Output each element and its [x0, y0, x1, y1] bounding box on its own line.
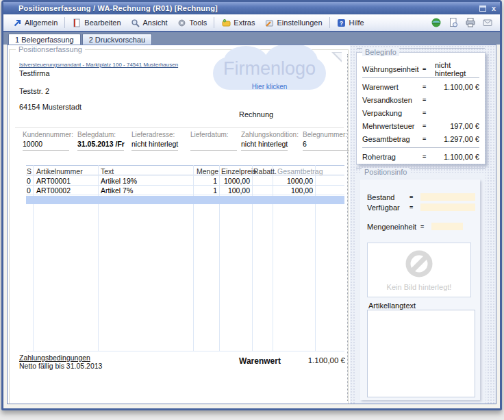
verfuegbar-value-field[interactable]: [420, 203, 475, 211]
menu-bearbeiten[interactable]: Bearbeiten: [67, 16, 125, 29]
cell-artikelnummer[interactable]: ART00002: [36, 186, 71, 195]
field-value[interactable]: 10000: [23, 140, 73, 149]
customer-name: Testfirma: [19, 69, 50, 77]
company-logo-placeholder[interactable]: Firmenlogo Hier klicken: [213, 57, 326, 90]
artikellangtext-box[interactable]: [367, 310, 475, 397]
divider: [362, 77, 479, 78]
menu-label: Allgemein: [25, 18, 58, 27]
cell-menge[interactable]: 1: [194, 177, 217, 185]
row-label: Mehrwertsteuer: [362, 122, 423, 130]
gear-icon: [177, 18, 187, 27]
titlebar: Positionserfassung / WA-Rechnung (R01) […: [3, 2, 500, 14]
cell-einzelpreis[interactable]: 1000,00: [220, 177, 250, 185]
artikellangtext-label: Artikellangtext: [368, 301, 416, 310]
table-line: [26, 165, 344, 166]
field-lieferdatum[interactable]: Lieferdatum:: [190, 131, 241, 151]
print-icon[interactable]: [465, 17, 476, 28]
col-header-rabatt[interactable]: Rabatt.: [253, 167, 277, 175]
field-label: Belegdatum:: [77, 131, 128, 138]
report-globe-icon[interactable]: [431, 17, 442, 28]
positionsinfo-group-label: Positionsinfo: [362, 168, 410, 176]
menu-hilfe[interactable]: ? Hilfe: [332, 16, 369, 29]
field-value[interactable]: nicht hinterlegt: [241, 140, 292, 149]
col-header-gesamtbetrag[interactable]: Gesamtbetrag: [277, 167, 323, 175]
positionserfassung-groupbox: Positionserfassung Istversteuerungsmanda…: [9, 49, 349, 404]
logo-placeholder-text: Firmenlogo: [213, 58, 326, 79]
grid-line: [252, 165, 253, 351]
cell-s[interactable]: 0: [27, 177, 31, 185]
menu-ansicht[interactable]: Ansicht: [126, 16, 173, 29]
col-header-text[interactable]: Text: [101, 167, 114, 175]
grid-line: [273, 165, 273, 351]
menu-label: Hilfe: [349, 18, 364, 27]
cell-gesamtbetrag[interactable]: 1000,00: [274, 177, 313, 185]
zahlungsbedingungen-link[interactable]: Zahlungsbedingungen: [19, 354, 90, 362]
field-value[interactable]: 6: [303, 140, 353, 149]
cell-gesamtbetrag[interactable]: 100,00: [274, 186, 313, 195]
article-image-box[interactable]: Kein Bild hinterlegt!: [367, 243, 471, 297]
menu-tools[interactable]: Tools: [173, 16, 212, 29]
settings-icon: [264, 18, 274, 27]
cell-menge[interactable]: 1: [194, 186, 217, 195]
field-belegdatum[interactable]: Belegdatum: 31.05.2013 /Fr: [77, 131, 128, 151]
row-line: [26, 185, 344, 186]
beleginfo-row-versandkosten: Versandkosten =: [362, 93, 479, 106]
menu-separator: [329, 17, 330, 28]
page-curl-inner: [334, 53, 342, 60]
menu-separator: [64, 17, 65, 28]
mail-icon[interactable]: [482, 17, 493, 28]
beleginfo-rows: Währungseinheit = nicht hinterlegt Waren…: [357, 53, 485, 163]
logo-click-hint[interactable]: Hier klicken: [213, 83, 326, 90]
tab-druckvorschau[interactable]: 2 Druckvorschau: [82, 34, 153, 45]
beleginfo-card: Beleginfo Währungseinheit = nicht hinter…: [356, 52, 486, 164]
row-label: Warenwert: [362, 83, 423, 91]
field-belegnummer[interactable]: Belegnummer: 6: [303, 131, 353, 151]
field-value[interactable]: nicht hinterlegt: [131, 140, 182, 149]
menu-allgemein[interactable]: Allgemein: [8, 16, 62, 29]
cell-artikelnummer[interactable]: ART00001: [36, 177, 71, 185]
col-header-artikelnummer[interactable]: Artikelnummer: [36, 167, 83, 175]
menu-einstellungen[interactable]: Einstellungen: [260, 16, 327, 29]
footer-warenwert-value: 1.100,00 €: [284, 356, 345, 365]
selected-row[interactable]: [26, 196, 344, 204]
field-lieferadresse[interactable]: Lieferadresse: nicht hinterlegt: [131, 131, 182, 151]
bestand-value-field[interactable]: [420, 193, 475, 201]
arrow-up-right-icon: [12, 18, 22, 27]
no-image-text: Kein Bild hinterlegt!: [368, 283, 470, 291]
positionserfassung-group-label: Positionserfassung: [16, 45, 85, 53]
row-value: 1.100,00 €: [435, 153, 479, 161]
edit-document-icon: [72, 18, 81, 27]
field-value[interactable]: [190, 140, 241, 149]
field-zahlungskondition[interactable]: Zahlungskondition: nicht hinterlegt: [241, 131, 292, 151]
row-line: [26, 351, 344, 351]
row-value: nicht hinterlegt: [435, 61, 479, 77]
row-line: [26, 195, 344, 195]
row-value: 197,00 €: [435, 122, 479, 130]
cell-text[interactable]: Artikel 7%: [101, 186, 133, 195]
document-export-icon[interactable]: [448, 17, 459, 28]
cell-s[interactable]: 0: [27, 186, 31, 195]
verfuegbar-label: Verfügbar: [367, 203, 410, 212]
window-title: Positionserfassung / WA-Rechnung (R01) […: [18, 4, 479, 12]
maximize-icon[interactable]: [479, 5, 486, 12]
footer-warenwert-label: Warenwert: [239, 356, 281, 366]
col-header-menge[interactable]: Menge: [197, 167, 218, 175]
col-header-einzelpreis[interactable]: Einzelpreis: [221, 167, 256, 175]
doc-type-title: Rechnung: [239, 110, 273, 119]
app-window: Positionserfassung / WA-Rechnung (R01) […: [1, 0, 502, 410]
field-kundennummer[interactable]: Kundennummer: 10000: [23, 131, 73, 151]
close-icon[interactable]: x: [492, 5, 496, 12]
col-header-s[interactable]: S: [27, 167, 32, 175]
tab-belegerfassung[interactable]: 1 Belegerfassung: [8, 34, 81, 45]
help-icon: ?: [337, 18, 346, 27]
menu-extras[interactable]: Extras: [216, 16, 260, 29]
mandant-link[interactable]: Istversteuerungsmandant - Marktplatz 100…: [19, 62, 178, 68]
cell-einzelpreis[interactable]: 100,00: [220, 186, 250, 195]
mengeneinheit-value-field[interactable]: [431, 223, 463, 230]
svg-text:?: ?: [340, 20, 344, 27]
field-label: Kundennummer:: [23, 131, 73, 138]
menubar: Allgemein Bearbeiten Ansicht Tools: [3, 14, 500, 32]
field-value[interactable]: 31.05.2013 /Fr: [77, 140, 128, 149]
cell-text[interactable]: Artikel 19%: [101, 177, 137, 185]
mengeneinheit-label: Mengeneinheit: [367, 223, 420, 231]
